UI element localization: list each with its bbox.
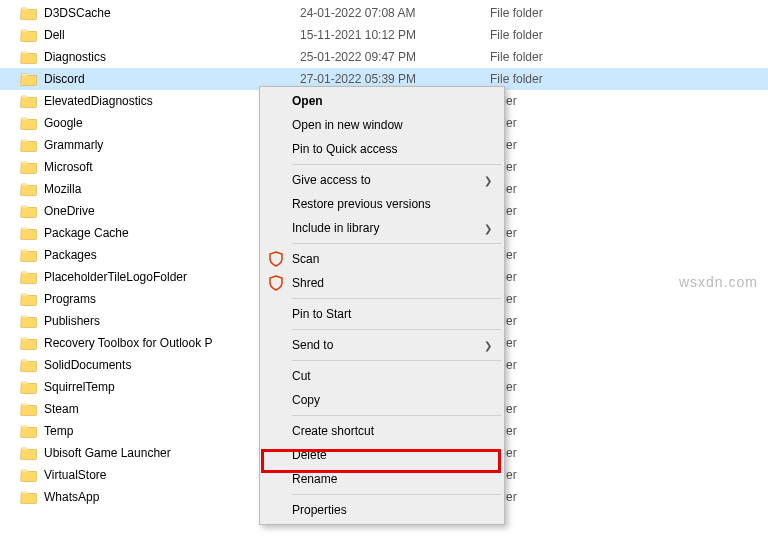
menu-pin-start[interactable]: Pin to Start [262,302,502,326]
menu-properties[interactable]: Properties [262,498,502,522]
folder-icon [20,48,38,66]
chevron-right-icon: ❯ [484,223,492,234]
file-type: File folder [490,72,610,86]
menu-delete[interactable]: Delete [262,443,502,467]
file-type: older [490,402,610,416]
folder-icon [20,136,38,154]
menu-separator [292,164,501,165]
folder-icon [20,202,38,220]
folder-icon [20,466,38,484]
file-name: Dell [44,28,300,42]
file-type: older [490,446,610,460]
file-date: 24-01-2022 07:08 AM [300,6,490,20]
file-type: older [490,204,610,218]
menu-separator [292,494,501,495]
folder-icon [20,4,38,22]
menu-restore-versions[interactable]: Restore previous versions [262,192,502,216]
menu-shred[interactable]: Shred [262,271,502,295]
file-type: older [490,182,610,196]
chevron-right-icon: ❯ [484,340,492,351]
file-type: older [490,292,610,306]
file-name: D3DSCache [44,6,300,20]
menu-open-new-window[interactable]: Open in new window [262,113,502,137]
shield-icon [268,275,284,291]
folder-icon [20,26,38,44]
file-type: older [490,138,610,152]
menu-pin-quick-access[interactable]: Pin to Quick access [262,137,502,161]
menu-give-access[interactable]: Give access to❯ [262,168,502,192]
file-type: older [490,116,610,130]
folder-icon [20,70,38,88]
context-menu[interactable]: Open Open in new window Pin to Quick acc… [259,86,505,525]
chevron-right-icon: ❯ [484,175,492,186]
menu-include-library[interactable]: Include in library❯ [262,216,502,240]
folder-icon [20,444,38,462]
file-type: File folder [490,50,610,64]
folder-icon [20,114,38,132]
menu-rename[interactable]: Rename [262,467,502,491]
menu-separator [292,243,501,244]
file-type: older [490,490,610,504]
menu-separator [292,329,501,330]
folder-icon [20,290,38,308]
file-row[interactable]: Diagnostics25-01-2022 09:47 PMFile folde… [0,46,768,68]
file-type: older [490,358,610,372]
menu-create-shortcut[interactable]: Create shortcut [262,419,502,443]
watermark: wsxdn.com [679,274,758,290]
file-date: 15-11-2021 10:12 PM [300,28,490,42]
menu-cut[interactable]: Cut [262,364,502,388]
menu-separator [292,298,501,299]
folder-icon [20,378,38,396]
folder-icon [20,92,38,110]
folder-icon [20,312,38,330]
file-name: Diagnostics [44,50,300,64]
menu-separator [292,415,501,416]
file-date: 25-01-2022 09:47 PM [300,50,490,64]
folder-icon [20,158,38,176]
file-type: older [490,424,610,438]
menu-separator [292,360,501,361]
file-row[interactable]: Dell15-11-2021 10:12 PMFile folder [0,24,768,46]
menu-scan[interactable]: Scan [262,247,502,271]
file-type: older [490,336,610,350]
file-type: File folder [490,28,610,42]
file-type: older [490,248,610,262]
menu-copy[interactable]: Copy [262,388,502,412]
file-type: older [490,270,610,284]
file-type: older [490,314,610,328]
menu-send-to[interactable]: Send to❯ [262,333,502,357]
folder-icon [20,422,38,440]
folder-icon [20,400,38,418]
file-type: older [490,226,610,240]
file-type: File folder [490,6,610,20]
folder-icon [20,334,38,352]
menu-open[interactable]: Open [262,89,502,113]
folder-icon [20,224,38,242]
file-name: Discord [44,72,300,86]
folder-icon [20,180,38,198]
folder-icon [20,268,38,286]
folder-icon [20,246,38,264]
file-type: older [490,380,610,394]
file-type: older [490,160,610,174]
file-type: older [490,468,610,482]
file-date: 27-01-2022 05:39 PM [300,72,490,86]
shield-icon [268,251,284,267]
file-row[interactable]: D3DSCache24-01-2022 07:08 AMFile folder [0,2,768,24]
file-type: older [490,94,610,108]
folder-icon [20,356,38,374]
folder-icon [20,488,38,506]
